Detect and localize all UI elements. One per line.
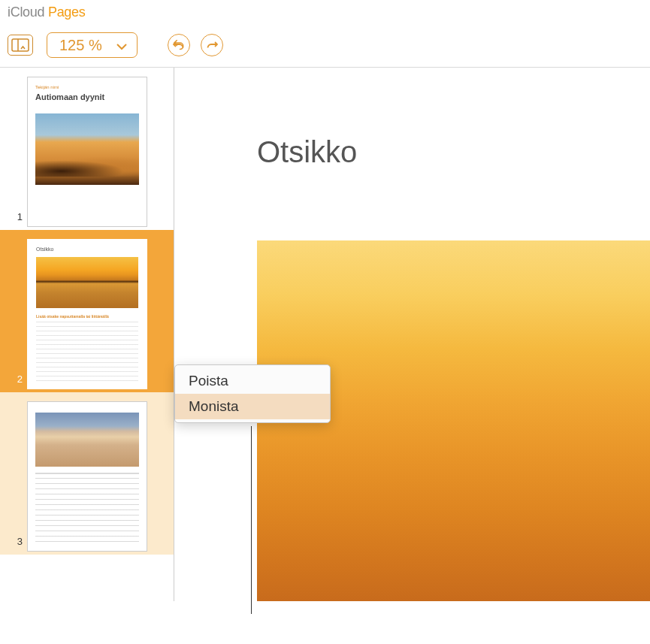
zoom-dropdown[interactable]: 125 % [47,32,138,58]
thumb-subheading-label: Lisää otsake napsuttamalla tai liittämäl… [36,314,109,319]
page-number-label: 3 [11,536,23,547]
app-header: iCloud Pages 125 % [0,0,650,68]
page-thumbnail-3[interactable]: 3 [0,392,174,555]
thumb-image [35,113,139,185]
page-thumbnail-1[interactable]: 1 Tekijän nimi Autiomaan dyynit [0,68,174,230]
context-menu-item-duplicate[interactable]: Monista [175,394,330,419]
sidebar-panel-icon [11,38,29,52]
context-menu: Poista Monista [174,364,331,423]
undo-icon [173,40,185,50]
callout-line [251,426,252,614]
toolbar: 125 % [8,32,223,58]
brand-icloud-label: iCloud [8,5,44,20]
brand: iCloud Pages [8,5,85,20]
redo-icon [206,40,218,50]
main-area: 1 Tekijän nimi Autiomaan dyynit 2 Otsikk… [0,68,650,601]
page-number-label: 1 [11,211,23,222]
context-menu-item-delete[interactable]: Poista [175,368,330,394]
brand-pages-label: Pages [48,5,86,20]
undo-button[interactable] [168,34,190,56]
thumb-text-lines [35,473,139,544]
history-buttons [168,34,223,56]
svg-rect-0 [12,39,29,51]
page-number-label: 2 [11,373,23,385]
page-thumbnails-sidebar[interactable]: 1 Tekijän nimi Autiomaan dyynit 2 Otsikk… [0,68,174,601]
page-title[interactable]: Otsikko [257,135,357,169]
thumb-author-label: Tekijän nimi [35,85,59,89]
thumbnail-preview: Tekijän nimi Autiomaan dyynit [27,77,147,227]
bottom-spacer [0,601,650,644]
page-thumbnail-2[interactable]: 2 Otsikko Lisää otsake napsuttamalla tai… [0,230,174,392]
thumb-text-lines [36,322,138,383]
thumbnail-preview: Otsikko Lisää otsake napsuttamalla tai l… [27,239,147,389]
zoom-value-label: 125 % [59,37,102,54]
thumb-title-label: Autiomaan dyynit [35,92,104,101]
thumb-image [35,413,139,467]
chevron-down-icon [116,37,128,54]
redo-button[interactable] [201,34,223,56]
thumb-image [36,257,138,308]
view-options-button[interactable] [8,35,33,56]
document-canvas[interactable]: Otsikko [174,68,650,601]
thumbnail-preview [27,401,147,552]
thumb-heading-label: Otsikko [36,246,53,252]
